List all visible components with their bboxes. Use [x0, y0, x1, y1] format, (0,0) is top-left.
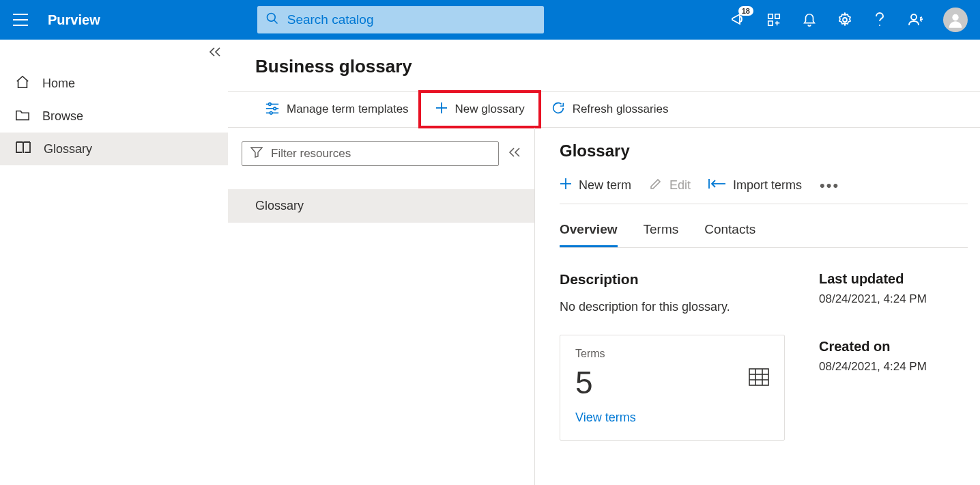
svg-rect-6 — [775, 14, 779, 18]
tab-terms[interactable]: Terms — [644, 217, 679, 247]
hamburger-menu-button[interactable] — [10, 9, 31, 31]
sidebar-item-glossary[interactable]: Glossary — [0, 133, 228, 165]
settings-button[interactable] — [837, 12, 853, 28]
sidebar-item-label: Browse — [42, 109, 83, 124]
refresh-icon — [551, 100, 566, 119]
app-title: Purview — [48, 12, 100, 28]
svg-point-10 — [911, 14, 917, 20]
help-button[interactable] — [872, 12, 889, 28]
more-actions-button[interactable]: ••• — [820, 183, 839, 189]
filter-icon — [250, 147, 263, 161]
import-terms-button[interactable]: Import terms — [708, 178, 802, 193]
new-term-label: New term — [579, 178, 631, 193]
glossary-icon — [15, 140, 31, 158]
svg-point-15 — [274, 107, 276, 110]
announcements-button[interactable]: 18 — [730, 12, 747, 28]
manage-templates-button[interactable]: Manage term templates — [255, 96, 418, 123]
folder-icon — [15, 108, 30, 125]
svg-line-4 — [274, 20, 277, 24]
created-on-heading: Created on — [819, 339, 927, 355]
description-heading: Description — [560, 271, 792, 288]
page-title: Business glossary — [228, 40, 980, 91]
terms-card-label: Terms — [575, 348, 769, 360]
detail-tabs: Overview Terms Contacts — [560, 217, 968, 248]
manage-templates-label: Manage term templates — [287, 102, 409, 116]
user-avatar[interactable] — [943, 8, 968, 32]
filter-input[interactable] — [271, 147, 490, 161]
svg-point-13 — [269, 102, 272, 105]
new-glossary-button[interactable]: New glossary — [425, 96, 534, 123]
new-glossary-label: New glossary — [455, 102, 525, 116]
sidebar: Home Browse Glossary — [0, 40, 228, 485]
sidebar-item-home[interactable]: Home — [0, 67, 228, 100]
svg-point-17 — [270, 111, 272, 114]
description-text: No description for this glossary. — [560, 300, 792, 314]
search-icon — [265, 12, 279, 28]
svg-point-3 — [267, 14, 275, 22]
svg-point-8 — [843, 18, 847, 22]
feedback-button[interactable] — [908, 12, 924, 28]
topbar: Purview 18 — [0, 0, 980, 40]
sidebar-item-label: Home — [42, 77, 75, 91]
highlighted-new-glossary: New glossary — [418, 90, 541, 128]
view-terms-link[interactable]: View terms — [575, 411, 769, 425]
terms-count: 5 — [575, 364, 769, 401]
new-term-button[interactable]: New term — [560, 178, 631, 193]
svg-rect-24 — [749, 369, 768, 385]
refresh-label: Refresh glossaries — [573, 102, 669, 116]
plus-icon — [560, 178, 572, 193]
sidebar-item-browse[interactable]: Browse — [0, 100, 228, 133]
search-input[interactable] — [287, 12, 536, 27]
notifications-button[interactable] — [801, 12, 818, 28]
filter-box[interactable] — [242, 141, 499, 166]
tab-contacts[interactable]: Contacts — [704, 217, 755, 247]
toolbar: Manage term templates New glossary Refre… — [228, 91, 980, 128]
search-box[interactable] — [257, 6, 544, 33]
collapse-list-button[interactable] — [508, 147, 521, 161]
glossary-list-pane: Glossary — [228, 128, 535, 485]
content: Business glossary Manage term templates … — [228, 40, 980, 485]
last-updated-value: 08/24/2021, 4:24 PM — [819, 292, 927, 306]
last-updated-heading: Last updated — [819, 271, 927, 287]
terms-card: Terms 5 View terms — [560, 335, 785, 441]
sidebar-item-label: Glossary — [44, 142, 92, 156]
home-icon — [15, 74, 30, 93]
detail-title: Glossary — [560, 141, 968, 161]
svg-rect-7 — [768, 21, 773, 25]
glossary-detail-pane: Glossary New term Edit Import terms ••• — [535, 128, 980, 485]
edit-label: Edit — [669, 178, 691, 193]
svg-point-9 — [879, 25, 880, 26]
table-icon — [749, 368, 769, 389]
pencil-icon — [649, 177, 663, 194]
import-icon — [708, 178, 726, 193]
tab-overview[interactable]: Overview — [560, 217, 618, 247]
svg-rect-5 — [768, 14, 773, 18]
notification-badge: 18 — [738, 6, 753, 16]
import-terms-label: Import terms — [733, 178, 802, 193]
plus-icon — [435, 101, 448, 118]
sliders-icon — [265, 101, 280, 118]
collapse-sidebar-button[interactable] — [209, 46, 221, 60]
topbar-icons: 18 — [730, 8, 968, 32]
created-on-value: 08/24/2021, 4:24 PM — [819, 360, 927, 374]
svg-point-11 — [952, 14, 958, 20]
glossary-list-item[interactable]: Glossary — [228, 189, 534, 223]
collections-button[interactable] — [766, 12, 782, 28]
edit-button: Edit — [649, 177, 691, 194]
refresh-button[interactable]: Refresh glossaries — [541, 96, 678, 123]
detail-actions: New term Edit Import terms ••• — [560, 177, 968, 204]
